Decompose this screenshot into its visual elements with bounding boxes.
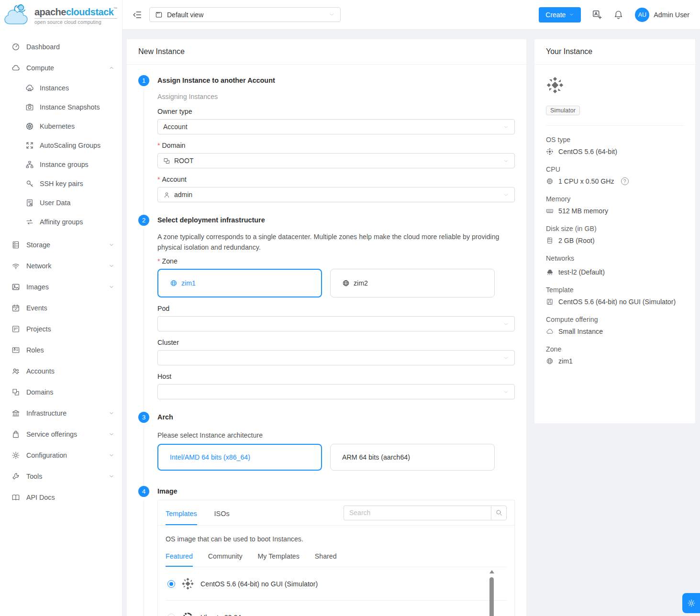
pod-select[interactable] — [157, 316, 515, 331]
step-number-badge: 1 — [138, 75, 149, 86]
hypervisor-tag: Simulator — [546, 106, 580, 115]
domain-select[interactable]: ROOT — [157, 153, 515, 168]
user-menu[interactable]: AU Admin User — [635, 8, 689, 22]
sidebar-item-affinity-groups[interactable]: Affinity groups — [0, 212, 122, 231]
summary-networks: Networks test-l2 (Default) — [546, 254, 684, 276]
sidebar-item-configuration[interactable]: Configuration — [0, 445, 122, 466]
sidebar-item-dashboard[interactable]: Dashboard — [0, 36, 122, 57]
template-icon — [546, 298, 554, 306]
step-number-badge: 4 — [138, 486, 149, 497]
sidebar-item-infrastructure[interactable]: Infrastructure — [0, 403, 122, 424]
arch-option-x86[interactable]: Intel/AMD 64 bits (x86_64) — [157, 444, 322, 471]
chevron-up-icon — [109, 65, 114, 71]
sidebar-item-accounts[interactable]: Accounts — [0, 361, 122, 382]
app-logo[interactable]: apachecloudstack™ open source cloud comp… — [0, 0, 122, 31]
search-input[interactable] — [344, 506, 491, 520]
sidebar-item-roles[interactable]: Roles — [0, 340, 122, 361]
filter-featured[interactable]: Featured — [166, 552, 193, 567]
sidebar-item-events[interactable]: Events — [0, 297, 122, 319]
filter-shared[interactable]: Shared — [315, 552, 337, 567]
account-select[interactable]: admin — [157, 187, 515, 202]
sidebar-item-network[interactable]: Network — [0, 255, 122, 276]
new-instance-card: New Instance 1 Assign Instance to anothe… — [127, 39, 526, 616]
sidebar-item-instance-snapshots[interactable]: Instance Snapshots — [0, 98, 122, 117]
help-icon[interactable]: ? — [621, 177, 629, 185]
team-icon — [11, 367, 20, 375]
ubuntu-icon — [181, 611, 194, 616]
chevron-down-icon — [109, 284, 114, 290]
summary-disk-size: Disk size (in GB) 2 GB (Root) — [546, 225, 684, 244]
sidebar-item-storage[interactable]: Storage — [0, 234, 122, 255]
avatar: AU — [635, 8, 649, 22]
chevron-down-icon — [109, 431, 114, 437]
arch-prompt: Please select Instance architecture — [157, 431, 515, 439]
view-selector[interactable]: Default view — [149, 7, 341, 22]
step-title: Arch — [157, 412, 515, 423]
panel-title: Your Instance — [546, 47, 592, 56]
host-select[interactable] — [157, 384, 515, 399]
gear-icon — [687, 599, 696, 607]
domain-value: ROOT — [174, 157, 193, 165]
sidebar-item-kubernetes[interactable]: Kubernetes — [0, 117, 122, 136]
template-list-scrollbar[interactable] — [489, 570, 494, 616]
page-title: New Instance — [138, 47, 185, 56]
zone-option-zim2[interactable]: zim2 — [330, 269, 495, 297]
sidebar-item-api-docs[interactable]: API Docs — [0, 487, 122, 508]
sidebar-item-images[interactable]: Images — [0, 276, 122, 297]
menu-fold-icon[interactable] — [132, 10, 143, 20]
step-subtitle: Assigning Instances — [157, 93, 515, 100]
settings-fab-button[interactable] — [682, 593, 700, 613]
scrollbar-thumb[interactable] — [489, 577, 494, 616]
filter-my-templates[interactable]: My Templates — [258, 552, 300, 567]
radio-selected[interactable] — [167, 580, 175, 588]
calendar-check-icon — [11, 304, 20, 312]
disk-icon — [546, 237, 554, 244]
zone-option-zim1[interactable]: zim1 — [157, 269, 322, 297]
zone-label: *Zone — [157, 257, 515, 265]
view-selector-value: Default view — [167, 11, 203, 19]
cloud-icon — [11, 64, 20, 72]
tab-templates[interactable]: Templates — [166, 500, 197, 525]
cloud-server-icon — [25, 84, 34, 92]
cluster-select[interactable] — [157, 350, 515, 365]
summary-cpu: CPU 1 CPU x 0.50 GHz ? — [546, 165, 684, 185]
sidebar-item-domains[interactable]: Domains — [0, 382, 122, 403]
sidebar-item-autoscaling-groups[interactable]: AutoScaling Groups — [0, 136, 122, 155]
tab-isos[interactable]: ISOs — [214, 500, 230, 525]
account-label: *Account — [157, 176, 515, 183]
sidebar-item-service-offerings[interactable]: Service offerings — [0, 424, 122, 445]
radio-unselected[interactable] — [167, 614, 175, 616]
sidebar-item-compute[interactable]: Compute — [0, 57, 122, 78]
translate-icon[interactable] — [592, 10, 602, 20]
chevron-down-icon — [503, 192, 509, 198]
arch-option-arm[interactable]: ARM 64 bits (aarch64) — [330, 444, 495, 471]
sidebar-item-ssh-key-pairs[interactable]: SSH key pairs — [0, 174, 122, 193]
zone-description: A zone typically corresponds to a single… — [157, 231, 502, 253]
sidebar-item-instance-groups[interactable]: Instance groups — [0, 155, 122, 174]
centos-icon — [181, 577, 194, 590]
bell-icon[interactable] — [613, 10, 624, 20]
compute-submenu: Instances Instance Snapshots Kubernetes … — [0, 78, 122, 234]
image-description: OS image that can be used to boot Instan… — [166, 535, 507, 543]
sidebar-item-projects[interactable]: Projects — [0, 319, 122, 340]
account-value: admin — [174, 191, 192, 198]
template-row-centos[interactable]: CentOS 5.6 (64-bit) no GUI (Simulator) — [166, 567, 507, 601]
owner-type-select[interactable]: Account — [157, 119, 515, 134]
chevron-down-icon — [503, 389, 509, 395]
sidebar-item-user-data[interactable]: User Data — [0, 193, 122, 212]
network-cloud-icon — [546, 268, 554, 276]
chevron-down-icon — [503, 321, 509, 327]
filter-community[interactable]: Community — [208, 552, 243, 567]
sidebar-item-instances[interactable]: Instances — [0, 78, 122, 98]
summary-compute-offering: Compute offering Small Instance — [546, 316, 684, 335]
org-chart-icon — [25, 160, 34, 169]
create-button[interactable]: Create — [539, 7, 581, 22]
search-button[interactable] — [491, 506, 507, 520]
wifi-icon — [11, 262, 20, 270]
template-row-ubuntu[interactable]: Ubuntu 22.04 — [166, 601, 507, 616]
user-document-icon — [25, 198, 34, 207]
scroll-up-arrow-icon[interactable] — [489, 570, 494, 573]
chevron-down-icon — [109, 452, 114, 458]
sidebar-item-tools[interactable]: Tools — [0, 466, 122, 487]
sidebar-item-label: Dashboard — [26, 43, 60, 51]
